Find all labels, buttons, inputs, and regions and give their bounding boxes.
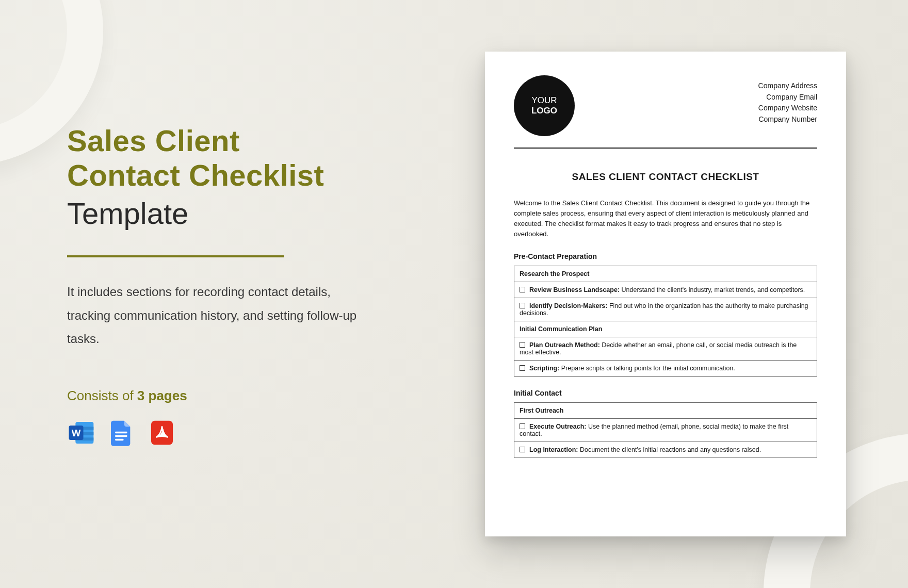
group-heading: Research the Prospect [514, 266, 817, 282]
template-description: It includes sections for recording conta… [67, 280, 377, 351]
company-number: Company Number [758, 114, 817, 125]
svg-text:W: W [72, 428, 81, 438]
google-docs-icon [107, 418, 136, 447]
checkbox-icon [520, 365, 525, 371]
document-intro: Welcome to the Sales Client Contact Chec… [514, 198, 817, 240]
page-count-line: Consists of 3 pages [67, 388, 387, 404]
checklist-table: Research the Prospect Review Business La… [514, 266, 817, 377]
template-title-line2: Contact Checklist [67, 158, 387, 193]
logo-placeholder: YOUR LOGO [514, 75, 575, 136]
accent-divider [67, 255, 284, 257]
page-count-value: 3 pages [137, 388, 187, 403]
checkbox-icon [520, 303, 525, 308]
template-preview-card: Sales Client Contact Checklist Template … [0, 0, 908, 588]
section-heading: Initial Contact [514, 389, 817, 397]
info-panel: Sales Client Contact Checklist Template … [67, 124, 387, 447]
item-label: Execute Outreach: [529, 423, 586, 430]
document-title: SALES CLIENT CONTACT CHECKLIST [514, 171, 817, 183]
section-heading: Pre-Contact Preparation [514, 252, 817, 260]
company-address: Company Address [758, 80, 817, 92]
checkbox-icon [520, 342, 525, 348]
item-text: Document the client's initial reactions … [578, 446, 761, 453]
company-email: Company Email [758, 92, 817, 103]
svg-rect-6 [115, 431, 127, 433]
group-heading: First Outreach [514, 402, 817, 418]
svg-rect-8 [115, 438, 123, 440]
checkbox-icon [520, 423, 525, 429]
item-text: Prepare scripts or talking points for th… [559, 365, 735, 372]
logo-text-top: YOUR [531, 95, 557, 106]
document-preview: YOUR LOGO Company Address Company Email … [485, 52, 846, 536]
item-label: Scripting: [529, 365, 559, 372]
logo-text-bottom: LOGO [531, 106, 557, 116]
checkbox-icon [520, 287, 525, 292]
checklist-item: Log Interaction: Document the client's i… [514, 442, 817, 458]
document-header: YOUR LOGO Company Address Company Email … [514, 75, 817, 149]
item-text: Understand the client's industry, market… [620, 286, 805, 293]
item-label: Review Business Landscape: [529, 286, 620, 293]
page-count-prefix: Consists of [67, 388, 137, 403]
checklist-table: First Outreach Execute Outreach: Use the… [514, 402, 817, 458]
group-heading: Initial Communication Plan [514, 321, 817, 337]
checklist-item: Scripting: Prepare scripts or talking po… [514, 360, 817, 376]
pdf-icon [148, 418, 176, 447]
template-title-line1: Sales Client [67, 124, 387, 158]
format-icons-row: W [67, 418, 387, 447]
checklist-item: Review Business Landscape: Understand th… [514, 282, 817, 298]
company-website: Company Website [758, 103, 817, 114]
company-info: Company Address Company Email Company We… [758, 75, 817, 125]
checklist-item: Execute Outreach: Use the planned method… [514, 418, 817, 442]
template-subtitle: Template [67, 195, 387, 232]
word-icon: W [67, 418, 96, 447]
checklist-item: Plan Outreach Method: Decide whether an … [514, 337, 817, 360]
svg-rect-7 [115, 435, 127, 437]
checklist-item: Identify Decision-Makers: Find out who i… [514, 298, 817, 321]
checkbox-icon [520, 447, 525, 452]
item-label: Identify Decision-Makers: [529, 302, 607, 309]
item-label: Plan Outreach Method: [529, 341, 600, 349]
item-label: Log Interaction: [529, 446, 578, 453]
